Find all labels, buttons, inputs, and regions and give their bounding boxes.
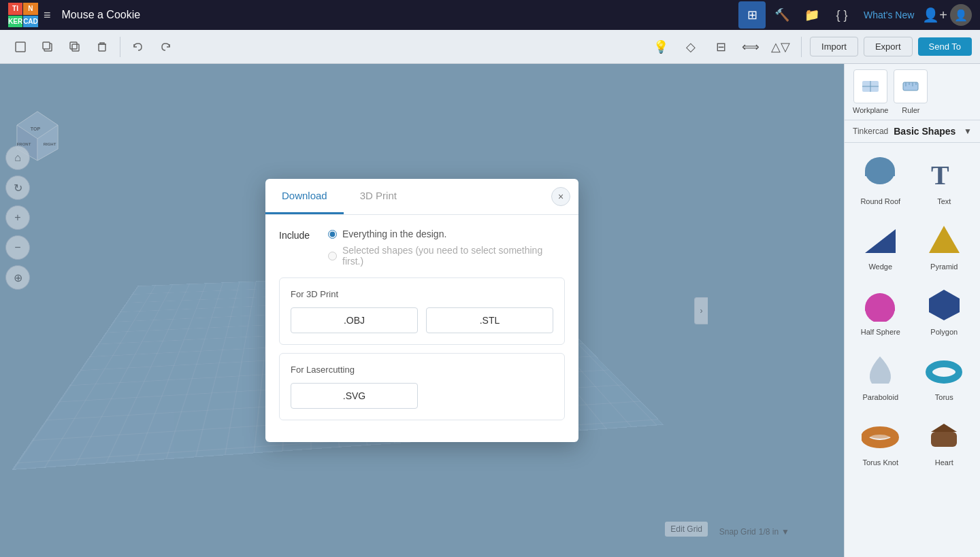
tab-download[interactable]: Download: [265, 179, 344, 214]
workplane-tool[interactable]: Workplane: [853, 69, 888, 114]
3dprint-section: For 3D Print .OBJ .STL: [279, 277, 565, 345]
shape-half-sphere[interactable]: Half Sphere: [850, 279, 911, 341]
duplicate-button[interactable]: [63, 35, 87, 59]
new-button[interactable]: [8, 35, 33, 59]
svg-button[interactable]: .SVG: [291, 383, 418, 409]
half-sphere-icon: [860, 284, 901, 325]
import-button[interactable]: Import: [810, 37, 858, 56]
shape-10-icon: [924, 415, 964, 456]
svg-point-24: [865, 293, 895, 322]
workplane-label: Workplane: [853, 106, 888, 114]
3dprint-btn-row: .OBJ .STL: [291, 307, 553, 333]
shape-pyramid[interactable]: Pyramid: [914, 214, 975, 276]
shape-9-icon: [860, 415, 901, 456]
mirror-button[interactable]: ⟺: [738, 35, 763, 59]
shape-wedge[interactable]: Wedge: [850, 214, 911, 276]
pyramid-icon: [924, 219, 964, 260]
include-label: Include: [279, 229, 320, 241]
svg-rect-5: [99, 44, 105, 51]
svg-marker-22: [865, 229, 896, 253]
svg-rect-4: [70, 42, 77, 49]
wedge-label: Wedge: [868, 263, 892, 271]
add-person-icon[interactable]: 👤+: [922, 7, 947, 23]
hamburger-icon[interactable]: ≡: [44, 8, 51, 22]
paraboloid-label: Paraboloid: [862, 393, 898, 401]
light-button[interactable]: 💡: [649, 35, 673, 59]
text-shape-icon: T: [924, 154, 964, 195]
right-panel-header: Tinkercad Basic Shapes ▼: [845, 120, 980, 143]
svg-point-27: [929, 364, 959, 380]
radio-everything-label[interactable]: Everything in the design.: [342, 229, 446, 239]
svg-rect-2: [43, 42, 50, 49]
modal-overlay: Download 3D Print × Include Everything i…: [0, 64, 844, 557]
grid-view-icon[interactable]: ⊞: [738, 1, 766, 29]
stl-button[interactable]: .STL: [426, 307, 553, 333]
tab-3dprint[interactable]: 3D Print: [344, 179, 413, 214]
shape-button[interactable]: ◇: [679, 35, 703, 59]
laser-btn-row: .SVG: [291, 383, 553, 409]
torus-icon: [924, 350, 964, 390]
shape-10-label: Heart: [935, 458, 953, 467]
toolbar: 💡 ◇ ⊟ ⟺ △▽ Import Export Send To: [0, 30, 980, 64]
shape-library-title[interactable]: Basic Shapes: [894, 126, 958, 137]
radio-selected: [328, 252, 337, 260]
undo-button[interactable]: [126, 35, 150, 59]
export-button[interactable]: Export: [864, 37, 913, 56]
workplane-icon: [853, 69, 887, 103]
whats-new-button[interactable]: What's New: [858, 10, 919, 20]
logo-ker: KER: [8, 16, 22, 28]
radio-selected-row: Selected shapes (you need to select some…: [328, 245, 565, 267]
shapes-grid: Round Roof T Text Wedge: [845, 143, 980, 477]
tinkercad-logo: TI N KER CAD: [8, 3, 33, 27]
svg-marker-31: [931, 424, 957, 432]
dropdown-arrow-icon[interactable]: ▼: [964, 126, 972, 136]
shape-text[interactable]: T Text: [914, 148, 975, 211]
pyramid-label: Pyramid: [930, 263, 958, 271]
logo-n: N: [23, 3, 38, 15]
torus-label: Torus: [935, 393, 953, 401]
radio-everything[interactable]: [328, 230, 337, 239]
shape-10[interactable]: Heart: [914, 409, 975, 472]
top-nav: TI N KER CAD ≡ Mouse a Cookie ⊞ 🔨 📁 { } …: [0, 0, 980, 30]
svg-marker-26: [929, 290, 960, 320]
svg-rect-3: [72, 44, 79, 51]
svg-rect-30: [931, 432, 957, 447]
snap-button[interactable]: ⊟: [708, 35, 733, 59]
radio-everything-row: Everything in the design.: [328, 229, 565, 239]
redo-button[interactable]: [153, 35, 178, 59]
polygon-label: Polygon: [930, 328, 958, 336]
avatar[interactable]: 👤: [950, 4, 972, 26]
shape-paraboloid[interactable]: Paraboloid: [850, 344, 911, 407]
laser-section-title: For Lasercutting: [291, 365, 553, 375]
svg-rect-0: [16, 42, 25, 52]
copy-button[interactable]: [35, 35, 60, 59]
3dprint-section-title: For 3D Print: [291, 289, 553, 299]
half-sphere-label: Half Sphere: [861, 328, 900, 336]
right-panel: Workplane Ruler Tinkercad Basic Shapes: [844, 64, 980, 557]
shape-torus[interactable]: Torus: [914, 344, 975, 407]
ruler-tool[interactable]: Ruler: [894, 69, 928, 114]
obj-button[interactable]: .OBJ: [291, 307, 418, 333]
flip-button[interactable]: △▽: [768, 35, 793, 59]
modal-close-button[interactable]: ×: [551, 187, 570, 206]
shape-9-label: Torus Knot: [862, 458, 898, 467]
round-roof-icon: [860, 154, 901, 195]
shape-polygon[interactable]: Polygon: [914, 279, 975, 341]
hammer-icon[interactable]: 🔨: [768, 1, 796, 29]
canvas-area[interactable]: TOP FRONT RIGHT ⌂ ↻ + − ⊕ › Edit Grid Sn…: [0, 64, 844, 557]
folder-icon[interactable]: 📁: [798, 1, 826, 29]
radio-options: Everything in the design. Selected shape…: [328, 229, 565, 267]
download-modal: Download 3D Print × Include Everything i…: [265, 179, 578, 442]
delete-button[interactable]: [90, 35, 114, 59]
main-area: TOP FRONT RIGHT ⌂ ↻ + − ⊕ › Edit Grid Sn…: [0, 64, 980, 557]
polygon-icon: [924, 284, 964, 325]
sendto-button[interactable]: Send To: [918, 37, 972, 56]
round-roof-label: Round Roof: [860, 197, 900, 205]
shape-9[interactable]: Torus Knot: [850, 409, 911, 472]
laser-section: For Lasercutting .SVG: [279, 353, 565, 420]
ruler-label: Ruler: [902, 106, 919, 114]
svg-marker-23: [929, 226, 960, 253]
code-icon[interactable]: { }: [828, 1, 855, 29]
modal-body: Include Everything in the design. Select…: [265, 215, 578, 442]
shape-round-roof[interactable]: Round Roof: [850, 148, 911, 211]
